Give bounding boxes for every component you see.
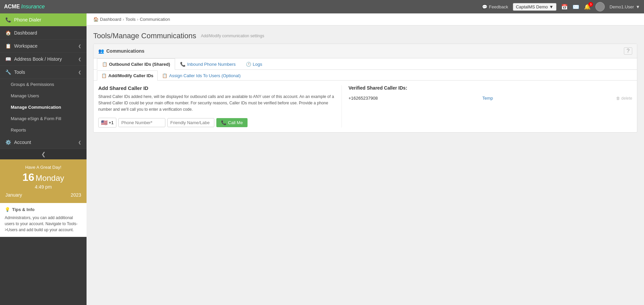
brand-acme: ACME [4,4,20,10]
month: January [5,192,22,198]
inbound-tab-label: Inbound Phone Numbers [187,62,236,67]
sidebar-sub-manage-esign[interactable]: Manage eSign & Form Fill [0,113,87,124]
call-me-label: Call Me [228,120,243,125]
sidebar-item-tools[interactable]: 🔧 Tools ❮ [0,66,87,79]
address-book-icon: 📖 [5,56,11,62]
breadcrumb-icon: 🏠 [93,17,99,22]
country-code: +1 [109,120,114,125]
sidebar-item-label: Account [14,140,31,145]
outbound-tab-label: Outbound Caller IDs (Shared) [109,62,170,67]
users-icon: 👥 [98,48,104,54]
tips-title: 💡 Tips & Info [5,207,82,212]
notification-bell[interactable]: 🔔 3 [584,4,591,10]
content-area: 👥 Communications ? 📋 Outbound Caller IDs… [87,44,644,145]
friendly-name-input[interactable] [167,118,214,127]
logs-tab-label: Logs [253,62,262,67]
sidebar-item-label: Dashboard [14,30,37,36]
brand: ACME Insurance [4,4,45,10]
sidebar-item-address-book[interactable]: 📖 Address Book / History ❮ [0,53,87,66]
call-me-button[interactable]: 📞 Call Me [216,118,248,127]
feedback-icon: 💬 [482,4,487,9]
add-caller-title: Add Shared Caller ID [98,85,335,91]
add-caller-id-section: Add Shared Caller ID Shared Caller IDs a… [98,85,342,128]
day-number: 16 [22,171,35,183]
sidebar-item-dashboard[interactable]: 🏠 Dashboard [0,27,87,40]
tab-inbound[interactable]: 📞 Inbound Phone Numbers [175,58,241,70]
calendar-icon[interactable]: 📅 [561,4,568,10]
sidebar-item-label: Phone Dialer [14,17,41,22]
panel-header-title: 👥 Communications [98,48,145,54]
tab-logs[interactable]: 🕐 Logs [241,58,267,70]
sidebar-item-workspace[interactable]: 📋 Workspace ❮ [0,40,87,53]
tools-icon: 🔧 [5,69,11,75]
phone-icon: 📞 [221,120,226,125]
breadcrumb-tools[interactable]: Tools [125,17,136,22]
breadcrumb-communication: Communication [140,17,170,22]
avatar [595,2,605,11]
brand-insurance: Insurance [21,4,45,10]
account-icon: ⚙️ [5,140,11,145]
inbound-tab-icon: 📞 [180,62,185,67]
flag-icon: 🇺🇸 [101,119,108,126]
lightbulb-icon: 💡 [5,207,10,212]
inner-tab-add-modify[interactable]: 📋 Add/Modify Caller IDs [97,70,158,81]
verified-caller-ids-section: Verified Shared Caller IDs: +16265237908… [342,85,632,128]
workspace-dropdown-label: CaptalMS Demo [516,4,548,9]
tips-text: Administrators, you can add additional u… [5,215,82,233]
caller-id-body: Add Shared Caller ID Shared Caller IDs a… [94,81,637,132]
sidebar-collapse-button[interactable]: ❮ [0,149,87,159]
sidebar-item-label: Address Book / History [14,56,62,62]
communications-panel: 👥 Communications ? 📋 Outbound Caller IDs… [93,44,637,133]
delete-button[interactable]: 🗑 delete [616,96,632,101]
sidebar: 📞 Phone Dialer 🏠 Dashboard 📋 Workspace ❮… [0,13,87,305]
add-modify-label: Add/Modify Caller IDs [108,73,153,78]
top-nav-right: 💬 Feedback CaptalMS Demo ▼ 📅 ✉️ 🔔 3 Demo… [482,2,640,11]
breadcrumb: 🏠 Dashboard › Tools › Communication [87,13,644,26]
sidebar-item-phone-dialer[interactable]: 📞 Phone Dialer [0,13,87,27]
sidebar-sub-groups[interactable]: Groups & Permissions [0,79,87,90]
phone-number-input[interactable] [118,118,165,127]
verified-label-link[interactable]: Temp [482,96,613,101]
sidebar-item-label: Tools [14,69,25,75]
date-widget: Have A Great Day! 16 Monday 4:49 pm Janu… [0,159,87,203]
sidebar-item-account[interactable]: ⚙️ Account ❮ [0,136,87,149]
sidebar-sub-manage-users[interactable]: Manage Users [0,90,87,102]
date-day: 16 Monday [5,171,81,184]
sidebar-sub-manage-communication[interactable]: Manage Communication [0,102,87,113]
mail-icon[interactable]: ✉️ [573,4,579,10]
verified-title: Verified Shared Caller IDs: [348,85,632,91]
day-name: Monday [36,173,64,183]
user-label: Demo1.User [609,4,634,9]
phone-input-row: 🇺🇸 +1 📞 Call Me [98,118,335,128]
verified-entry: +16265237908 Temp 🗑 delete [348,94,632,102]
tab-outbound[interactable]: 📋 Outbound Caller IDs (Shared) [97,58,175,70]
chevron-icon: ❮ [78,70,81,74]
feedback-label: Feedback [489,4,508,9]
help-button[interactable]: ? [624,47,632,55]
chevron-icon: ❮ [78,57,81,61]
page-subtitle: Add/Modify communication settings [201,34,264,38]
user-menu[interactable]: Demo1.User ▼ [609,4,640,9]
manage-communication-label: Manage Communication [11,105,61,110]
country-code-selector[interactable]: 🇺🇸 +1 [98,118,116,128]
verified-number: +16265237908 [348,96,479,101]
manage-esign-label: Manage eSign & Form Fill [11,116,61,121]
month-year: January 2023 [5,192,81,198]
tabs-row: 📋 Outbound Caller IDs (Shared) 📞 Inbound… [94,58,637,70]
phone-dialer-icon: 📞 [5,17,11,22]
year: 2023 [71,192,81,198]
chevron-down-icon: ▼ [549,4,553,9]
breadcrumb-dashboard[interactable]: Dashboard [100,17,121,22]
collapse-icon: ❮ [41,151,46,157]
sidebar-sub-reports[interactable]: Reports [0,124,87,136]
workspace-dropdown[interactable]: CaptalMS Demo ▼ [513,3,556,11]
time-display: 4:49 pm [5,184,81,190]
feedback-button[interactable]: 💬 Feedback [482,4,508,9]
chevron-icon: ❮ [78,140,81,145]
tips-section: 💡 Tips & Info Administrators, you can ad… [0,203,87,237]
top-nav: ACME Insurance 💬 Feedback CaptalMS Demo … [0,0,644,13]
panel-header: 👥 Communications ? [94,44,637,58]
groups-label: Groups & Permissions [11,82,54,87]
inner-tab-assign[interactable]: 📋 Assign Caller Ids To Users (Optional) [158,70,245,81]
user-chevron-icon: ▼ [636,4,640,9]
